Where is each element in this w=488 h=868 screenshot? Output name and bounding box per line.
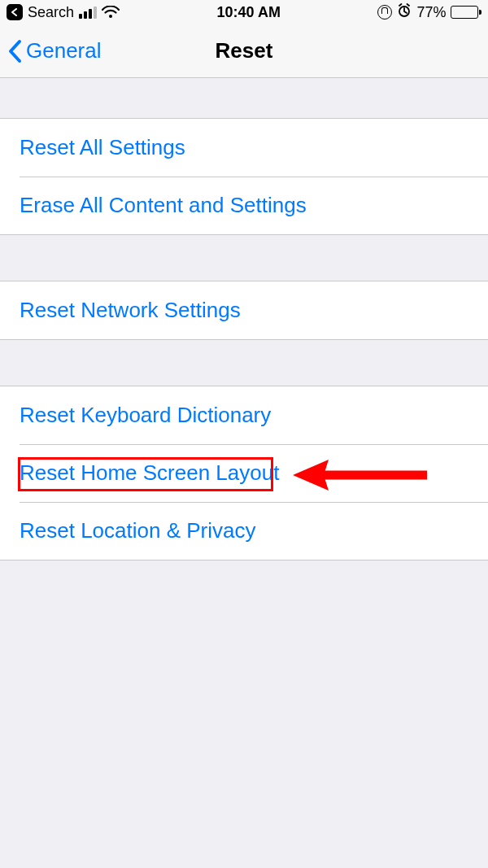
section-spacer [0,340,488,386]
back-to-app-label[interactable]: Search [28,4,74,21]
row-label: Reset All Settings [20,135,185,159]
chevron-left-icon [8,39,23,63]
row-label: Erase All Content and Settings [20,193,307,217]
reset-keyboard-dictionary-row[interactable]: Reset Keyboard Dictionary [0,386,488,444]
section-spacer [0,78,488,118]
wifi-icon [102,6,120,19]
navigation-bar: General Reset [0,24,488,78]
row-label: Reset Keyboard Dictionary [20,403,271,427]
reset-home-screen-layout-row[interactable]: Reset Home Screen Layout [0,444,488,502]
back-to-app-icon[interactable] [7,4,23,20]
settings-group: Reset All Settings Erase All Content and… [0,118,488,235]
erase-all-content-row[interactable]: Erase All Content and Settings [0,177,488,234]
back-button[interactable]: General [8,38,102,63]
orientation-lock-icon [377,5,392,20]
settings-group: Reset Network Settings [0,281,488,340]
cellular-signal-icon [79,6,97,19]
battery-icon [451,6,481,19]
back-button-label: General [26,38,102,63]
row-label: Reset Home Screen Layout [20,460,279,485]
reset-network-settings-row[interactable]: Reset Network Settings [0,281,488,339]
settings-group: Reset Keyboard Dictionary Reset Home Scr… [0,386,488,560]
reset-location-privacy-row[interactable]: Reset Location & Privacy [0,502,488,560]
row-label: Reset Location & Privacy [20,518,255,543]
reset-all-settings-row[interactable]: Reset All Settings [0,119,488,177]
row-label: Reset Network Settings [20,298,241,322]
clock: 10:40 AM [217,4,281,21]
svg-point-0 [109,15,112,18]
section-spacer [0,235,488,281]
alarm-icon [397,3,412,22]
battery-percent: 77% [416,4,446,21]
status-bar: Search 10:40 AM 77% [0,0,488,24]
